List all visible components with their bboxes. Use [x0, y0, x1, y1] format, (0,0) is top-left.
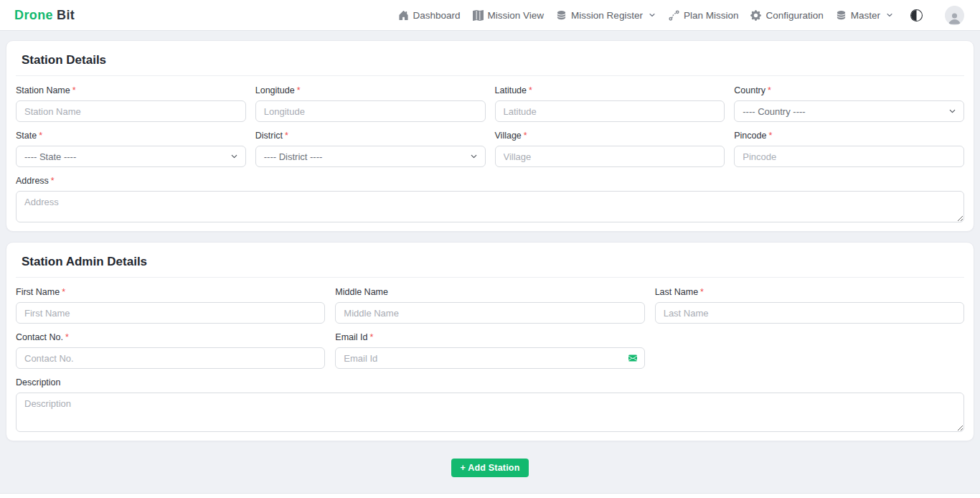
state-select-wrap: ---- State ---- — [16, 146, 246, 167]
field-middle-name: Middle Name — [335, 287, 644, 324]
main-nav: Dashboard Mission View Mission Register … — [398, 6, 964, 25]
email-id-label: Email Id* — [335, 332, 644, 342]
field-description: Description — [16, 377, 964, 432]
label-text: First Name — [16, 287, 60, 297]
required-asterisk: * — [285, 131, 288, 141]
latitude-label: Latitude* — [495, 85, 725, 95]
village-label: Village* — [495, 131, 725, 141]
middle-name-label: Middle Name — [335, 287, 644, 297]
last-name-input[interactable] — [655, 302, 964, 324]
nav-mission-view[interactable]: Mission View — [473, 10, 545, 21]
label-text: Contact No. — [16, 332, 63, 342]
station-details-row-2: State* ---- State ---- District* ---- Di… — [16, 131, 964, 167]
required-asterisk: * — [524, 131, 527, 141]
address-label: Address* — [16, 176, 964, 186]
station-name-label: Station Name* — [16, 85, 246, 95]
label-text: Address — [16, 176, 49, 186]
field-station-name: Station Name* — [16, 85, 246, 122]
theme-toggle-icon[interactable] — [910, 9, 923, 22]
nav-dashboard[interactable]: Dashboard — [398, 10, 461, 21]
pincode-input[interactable] — [734, 146, 964, 167]
label-text: Country — [734, 85, 765, 95]
station-admin-row-1: First Name* Middle Name Last Name* — [16, 287, 964, 324]
pincode-label: Pincode* — [734, 131, 964, 141]
nav-master[interactable]: Master — [836, 10, 894, 21]
nav-label: Mission View — [488, 10, 545, 21]
required-asterisk: * — [62, 287, 65, 297]
district-select[interactable]: ---- District ---- — [255, 146, 486, 167]
required-asterisk: * — [768, 85, 771, 95]
middle-name-input[interactable] — [335, 302, 644, 324]
nav-plan-mission[interactable]: Plan Mission — [669, 10, 739, 21]
first-name-label: First Name* — [16, 287, 325, 297]
nav-label: Configuration — [765, 10, 823, 21]
field-contact-no: Contact No.* — [16, 332, 325, 369]
latitude-input[interactable] — [495, 100, 725, 122]
layers-icon — [836, 10, 847, 21]
gear-icon — [750, 10, 761, 21]
station-details-row-1: Station Name* Longitude* Latitude* Count… — [16, 85, 964, 122]
station-admin-title: Station Admin Details — [16, 253, 964, 277]
station-admin-card: Station Admin Details First Name* Middle… — [6, 242, 974, 441]
brand-logo[interactable]: Drone Bit — [14, 8, 75, 23]
station-details-title: Station Details — [16, 52, 964, 75]
state-select[interactable]: ---- State ---- — [16, 146, 246, 167]
longitude-input[interactable] — [255, 100, 486, 122]
required-asterisk: * — [39, 131, 42, 141]
email-verify-icon[interactable] — [628, 354, 638, 362]
field-longitude: Longitude* — [255, 85, 486, 122]
chevron-down-icon — [648, 11, 656, 19]
label-text: Last Name — [655, 287, 698, 297]
footer: Drone Bit © 2024 Created by Qpaix Infite… — [0, 493, 980, 498]
field-pincode: Pincode* — [734, 131, 964, 167]
longitude-label: Longitude* — [255, 85, 486, 95]
first-name-input[interactable] — [16, 302, 325, 324]
main-content: Station Details Station Name* Longitude*… — [0, 31, 980, 493]
label-text: State — [16, 131, 37, 141]
route-icon — [669, 10, 679, 21]
address-textarea[interactable] — [16, 191, 964, 222]
label-text: Longitude — [255, 85, 295, 95]
station-name-input[interactable] — [16, 100, 246, 122]
user-avatar[interactable] — [945, 6, 964, 25]
required-asterisk: * — [297, 85, 301, 95]
field-country: Country* ---- Country ---- — [734, 85, 964, 122]
label-text: Middle Name — [335, 287, 388, 297]
field-email-id: Email Id* — [335, 332, 644, 369]
field-state: State* ---- State ---- — [16, 131, 246, 167]
country-label: Country* — [734, 85, 964, 95]
action-row: + Add Station — [6, 459, 974, 477]
person-icon — [948, 11, 961, 25]
district-label: District* — [255, 131, 486, 141]
add-station-button[interactable]: + Add Station — [451, 459, 528, 477]
contact-no-input[interactable] — [16, 347, 325, 369]
nav-mission-register[interactable]: Mission Register — [556, 10, 656, 21]
nav-configuration[interactable]: Configuration — [750, 10, 823, 21]
divider — [16, 75, 964, 76]
required-asterisk: * — [72, 85, 76, 95]
home-icon — [398, 10, 409, 21]
label-text: Pincode — [734, 131, 766, 141]
station-details-card: Station Details Station Name* Longitude*… — [6, 40, 974, 232]
divider — [16, 277, 964, 278]
brand-secondary: Bit — [57, 8, 75, 23]
nav-label: Master — [851, 10, 880, 21]
contact-no-label: Contact No.* — [16, 332, 325, 342]
email-id-input[interactable] — [335, 347, 644, 369]
required-asterisk: * — [700, 287, 704, 297]
country-select[interactable]: ---- Country ---- — [734, 100, 964, 122]
page: Drone Bit Dashboard Mission View Mission… — [0, 0, 980, 498]
description-label: Description — [16, 377, 964, 387]
field-village: Village* — [495, 131, 725, 167]
label-text: Station Name — [16, 85, 70, 95]
last-name-label: Last Name* — [655, 287, 964, 297]
label-text: Latitude — [495, 85, 527, 95]
email-input-wrap — [335, 347, 644, 369]
map-icon — [473, 10, 484, 21]
label-text: Description — [16, 377, 61, 387]
description-textarea[interactable] — [16, 393, 964, 432]
label-text: Email Id — [335, 332, 367, 342]
required-asterisk: * — [529, 85, 532, 95]
village-input[interactable] — [495, 146, 725, 167]
field-district: District* ---- District ---- — [255, 131, 486, 167]
